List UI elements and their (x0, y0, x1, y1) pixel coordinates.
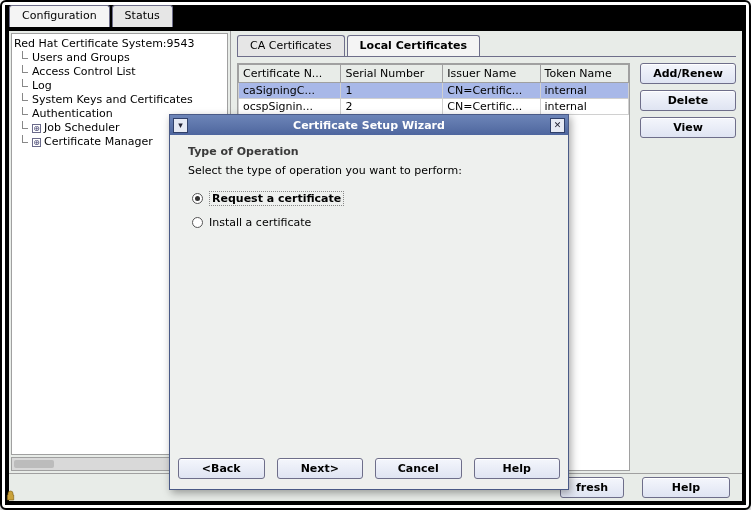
tree-item-label: Certificate Manager (44, 135, 153, 148)
tree-item-acl[interactable]: Access Control List (14, 65, 225, 79)
dialog-titlebar[interactable]: ▾ Certificate Setup Wizard ✕ (170, 115, 568, 135)
expand-handle-icon[interactable]: ⊕ (32, 124, 41, 133)
dialog-title-text: Certificate Setup Wizard (189, 119, 549, 132)
wizard-heading: Type of Operation (188, 145, 552, 158)
view-button[interactable]: View (640, 117, 736, 138)
tree-item-log[interactable]: Log (14, 79, 225, 93)
cell: CN=Certific... (443, 99, 540, 115)
cell: CN=Certific... (443, 83, 540, 99)
cell: internal (540, 83, 628, 99)
option-label-install[interactable]: Install a certificate (209, 216, 311, 229)
cancel-button[interactable]: Cancel (375, 458, 462, 479)
cert-table[interactable]: Certificate N... Serial Number Issuer Na… (238, 64, 629, 115)
wizard-buttons: <Back Next> Cancel Help (170, 452, 568, 489)
expand-handle-icon[interactable]: ⊕ (32, 138, 41, 147)
lock-icon (5, 490, 16, 501)
dialog-body: Type of Operation Select the type of ope… (170, 135, 568, 452)
cell: internal (540, 99, 628, 115)
tree-item-users-groups[interactable]: Users and Groups (14, 51, 225, 65)
next-button[interactable]: Next> (277, 458, 364, 479)
tab-status[interactable]: Status (112, 5, 173, 27)
tab-ca-certificates[interactable]: CA Certificates (237, 35, 345, 56)
tree-item-label: Job Scheduler (44, 121, 120, 134)
refresh-button[interactable]: fresh (560, 477, 624, 498)
scrollbar-thumb[interactable] (14, 460, 54, 468)
wizard-help-button[interactable]: Help (474, 458, 561, 479)
back-button[interactable]: <Back (178, 458, 265, 479)
table-row[interactable]: ocspSignin... 2 CN=Certific... internal (239, 99, 629, 115)
option-install-cert[interactable]: Install a certificate (188, 216, 552, 229)
help-button[interactable]: Help (642, 477, 730, 498)
action-buttons: Add/Renew Delete View (640, 63, 736, 471)
col-cert-name[interactable]: Certificate N... (239, 65, 341, 83)
radio-request[interactable] (192, 193, 203, 204)
option-label-request[interactable]: Request a certificate (209, 191, 344, 206)
wizard-instruction: Select the type of operation you want to… (188, 164, 552, 177)
tab-bar-fill (175, 5, 746, 27)
add-renew-button[interactable]: Add/Renew (640, 63, 736, 84)
tab-configuration[interactable]: Configuration (9, 5, 110, 27)
cert-setup-wizard-dialog: ▾ Certificate Setup Wizard ✕ Type of Ope… (169, 114, 569, 490)
tree-item-syskeys[interactable]: System Keys and Certificates (14, 93, 225, 107)
tab-local-certificates[interactable]: Local Certificates (347, 35, 480, 56)
main-tabs: Configuration Status (5, 5, 746, 27)
cert-tabs: CA Certificates Local Certificates (237, 35, 736, 57)
col-token[interactable]: Token Name (540, 65, 628, 83)
tree-root[interactable]: Red Hat Certificate System:9543 (14, 37, 225, 51)
table-row[interactable]: caSigningC... 1 CN=Certific... internal (239, 83, 629, 99)
close-icon[interactable]: ✕ (550, 118, 565, 133)
radio-install[interactable] (192, 217, 203, 228)
app-window: Configuration Status Red Hat Certificate… (0, 0, 751, 510)
status-bar (5, 490, 25, 505)
cell: 1 (341, 83, 443, 99)
cell: ocspSignin... (239, 99, 341, 115)
cell: caSigningC... (239, 83, 341, 99)
cell: 2 (341, 99, 443, 115)
col-serial[interactable]: Serial Number (341, 65, 443, 83)
minimize-icon[interactable]: ▾ (173, 118, 188, 133)
option-request-cert[interactable]: Request a certificate (188, 191, 552, 206)
table-header-row: Certificate N... Serial Number Issuer Na… (239, 65, 629, 83)
col-issuer[interactable]: Issuer Name (443, 65, 540, 83)
delete-button[interactable]: Delete (640, 90, 736, 111)
